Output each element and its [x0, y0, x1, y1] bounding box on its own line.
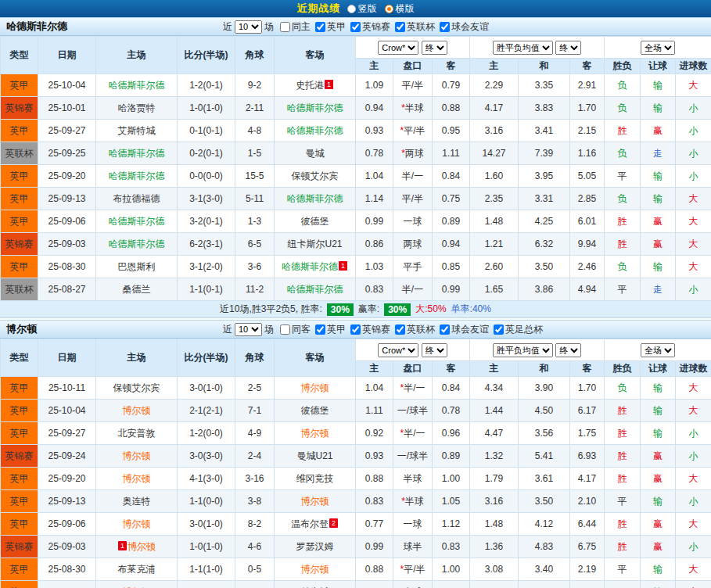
filter-checkbox-2[interactable]: 英锦赛 [350, 323, 390, 336]
team-link[interactable]: 哈德斯菲尔德 [287, 193, 343, 204]
corner-count: 3-8 [235, 490, 275, 513]
team-link[interactable]: 博尔顿 [123, 518, 151, 529]
result-cell: 胜 [605, 513, 641, 536]
match-date: 25-09-27 [38, 422, 96, 445]
filter-checkbox-0[interactable]: 同主 [280, 20, 311, 34]
team-link[interactable]: 曼城 [306, 148, 325, 159]
team-link[interactable]: 保顿艾尔宾 [292, 170, 339, 181]
avg-metric-select[interactable]: 胜平负均值 [493, 343, 553, 357]
checkbox-input[interactable] [315, 324, 325, 335]
checkbox-input[interactable] [350, 324, 361, 335]
avg-stage-select[interactable]: 终 [555, 343, 581, 357]
topbar: 近期战绩 竖版横版 [0, 0, 711, 17]
team-link[interactable]: 哈德斯菲尔德 [282, 261, 338, 272]
filter-checkbox-4[interactable]: 球会友谊 [440, 20, 489, 34]
team-link[interactable]: 罗瑟汉姆 [296, 541, 334, 552]
odds-company-select[interactable]: Crow* [378, 41, 418, 55]
team-link[interactable]: 艾斯特城 [118, 125, 156, 136]
filter-checkbox-4[interactable]: 球会友谊 [440, 323, 489, 336]
team-link[interactable]: 哈德斯菲尔德 [287, 102, 343, 113]
layout-radio-horizontal[interactable]: 横版 [385, 2, 415, 16]
checkbox-input[interactable] [395, 324, 405, 335]
team-link[interactable]: 博尔顿 [127, 541, 156, 552]
checkbox-input[interactable] [395, 22, 405, 32]
column-header-cover: 让球 [641, 59, 676, 74]
team-link[interactable]: 哈德斯菲尔德 [109, 148, 165, 159]
odds-home: 0.88 [356, 558, 393, 581]
team-link[interactable]: 北安普敦 [118, 428, 156, 439]
scope-select[interactable]: 全场 [641, 41, 675, 55]
checkbox-input[interactable] [280, 22, 290, 32]
checkbox-input[interactable] [350, 22, 361, 32]
avg-draw: 3.86 [519, 278, 570, 301]
team-link[interactable]: 奥连特 [123, 496, 151, 507]
team-link[interactable]: 博尔顿 [123, 405, 151, 416]
team-link[interactable]: 巴恩斯利 [118, 261, 156, 272]
checkbox-input[interactable] [494, 324, 504, 335]
checkbox-input[interactable] [315, 22, 325, 32]
team-link[interactable]: 曼城U21 [296, 450, 332, 461]
score-cell: 1-0(1-0) [178, 536, 235, 558]
odds-stage-select[interactable]: 终 [422, 41, 447, 55]
team-link[interactable]: 哈洛贾特 [118, 102, 156, 113]
team-link[interactable]: 博尔顿 [301, 428, 329, 439]
checkbox-input[interactable] [440, 324, 450, 335]
team-link[interactable]: 桑德兰 [123, 284, 151, 295]
team-link[interactable]: 哈德斯菲尔德 [109, 80, 165, 91]
filter-checkbox-1[interactable]: 英甲 [315, 323, 346, 336]
team-link[interactable]: 彼德堡 [301, 216, 329, 227]
scope-select[interactable]: 全场 [641, 343, 675, 357]
league-type-badge: 英甲 [1, 581, 38, 588]
avg-home: 1.48 [470, 513, 519, 536]
avg-stage-select[interactable]: 终 [555, 41, 581, 55]
filter-checkbox-1[interactable]: 英甲 [315, 20, 346, 34]
team-link[interactable]: 彼德堡 [301, 405, 329, 416]
team-link[interactable]: 博尔顿 [301, 564, 329, 575]
team-link[interactable]: 哈德斯菲尔德 [109, 238, 165, 249]
team-link[interactable]: 博尔顿 [301, 382, 329, 393]
avg-metric-select[interactable]: 胜平负均值 [493, 41, 553, 55]
corner-count: 7-1 [235, 400, 275, 422]
checkbox-input[interactable] [440, 22, 450, 32]
team-link[interactable]: 维冈竞技 [296, 473, 334, 484]
goals-result-cell: 大 [676, 581, 711, 588]
filter-checkbox-3[interactable]: 英联杯 [395, 323, 435, 336]
team-link[interactable]: 史托港 [296, 80, 324, 91]
filter-checkbox-2[interactable]: 英锦赛 [350, 20, 390, 34]
team-link[interactable]: 纽卡斯尔U21 [287, 238, 342, 249]
filter-checkbox-0[interactable]: 同客 [280, 323, 311, 336]
team-link[interactable]: 哈德斯菲尔德 [109, 216, 165, 227]
result-cell: 平 [605, 165, 641, 188]
star-mark: * [400, 428, 404, 439]
odds-company-select[interactable]: Crow* [378, 343, 418, 357]
team-link[interactable]: 保顿艾尔宾 [113, 382, 160, 393]
layout-radio-vertical[interactable]: 竖版 [347, 2, 377, 16]
match-count-select[interactable]: 10 [235, 20, 262, 34]
goals-result-cell: 大 [676, 513, 711, 536]
score-cell: 1-1(0-1) [178, 278, 235, 301]
team-link[interactable]: 博尔顿 [123, 450, 151, 461]
home-team-cell: 博尔顿 [96, 513, 178, 536]
team-link[interactable]: 哈德斯菲尔德 [287, 125, 343, 136]
handicap-cell: 半球 [393, 468, 433, 490]
team-link[interactable]: 温布尔登 [291, 518, 329, 529]
handicap-result-cell: 输 [641, 558, 676, 581]
avg-draw: 3.43 [519, 581, 570, 588]
team-link[interactable]: 哈德斯菲尔德 [109, 170, 165, 181]
team-link[interactable]: 哈德斯菲尔德 [287, 284, 343, 295]
odds-stage-select[interactable]: 终 [422, 343, 447, 357]
filter-checkbox-5[interactable]: 英足总杯 [494, 323, 543, 336]
match-count-select[interactable]: 10 [235, 323, 262, 336]
away-team-cell: 史托港1 [275, 74, 356, 97]
team-link[interactable]: 布拉德福德 [113, 193, 160, 204]
avg-home: 1.44 [470, 400, 519, 422]
handicap-cell: 两球 [393, 233, 433, 256]
team-link[interactable]: 布莱克浦 [118, 564, 156, 575]
team-link[interactable]: 博尔顿 [301, 496, 329, 507]
result-cell: 负 [605, 377, 641, 400]
checkbox-input[interactable] [280, 324, 290, 335]
team-link[interactable]: 博尔顿 [123, 473, 151, 484]
filter-checkbox-3[interactable]: 英联杯 [395, 20, 435, 34]
result-cell: 胜 [605, 400, 641, 422]
odds-home: 0.93 [356, 120, 393, 142]
